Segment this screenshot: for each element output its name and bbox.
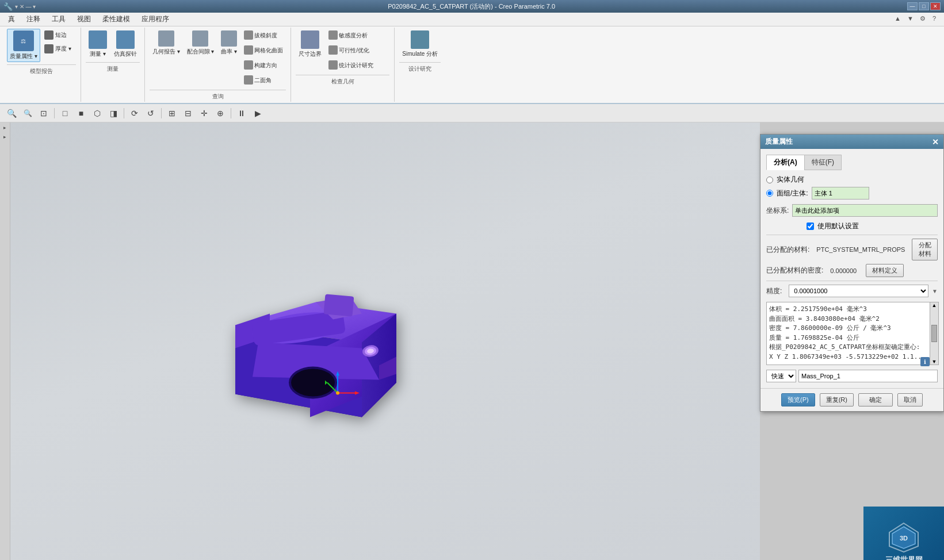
ok-button[interactable]: 确定 [858,393,893,406]
part-bracket-rect [324,294,354,316]
view-btn-zoom-out[interactable]: 🔍 [21,106,35,120]
ribbon-btn-sensitivity[interactable]: 敏感度分析 [326,29,376,43]
surface-value-input[interactable] [812,187,869,200]
reset-button[interactable]: 重复(R) [820,393,854,406]
view-btn-section[interactable]: ⊞ [165,106,179,120]
ribbon-btn-build-dir[interactable]: 构建方向 [241,59,286,72]
cancel-button[interactable]: 取消 [897,393,923,406]
assign-material-button[interactable]: 分配材料 [912,239,938,260]
tab-feature[interactable]: 特征(F) [804,155,842,170]
stats-icon [328,60,338,70]
density-label: 已分配材料的密度: [766,266,823,275]
ribbon-btn-sim-probe[interactable]: 仿真探针 [111,29,140,60]
ribbon-btn-stats-design[interactable]: 统计设计研究 [326,59,376,72]
view-btn-solid[interactable]: ■ [74,106,88,120]
match-tol-icon [192,30,208,47]
ribbon-btn-dim-edge[interactable]: 尺寸边界 [296,29,324,60]
maximize-button[interactable]: □ [919,2,929,10]
app-icon: 🔧 [3,2,13,11]
menu-item-annotation[interactable]: 注释 [21,13,46,25]
density-value: 0.000000 [830,267,857,274]
results-scrollbar[interactable]: ▲ ▼ [930,302,939,365]
results-textbox[interactable]: 体积 = 2.2517590e+04 毫米^3 曲面面积 = 3.8403080… [766,302,938,365]
analysis-name-row: 快速 [766,370,938,382]
precision-select[interactable]: 0.00001000 [789,285,928,297]
coord-label: 坐标系: [766,206,789,216]
scroll-down-icon[interactable]: ▼ [932,359,937,365]
menu-item-flex-modeling[interactable]: 柔性建模 [97,13,136,25]
svg-text:3D: 3D [900,535,908,542]
ribbon-btn-measure[interactable]: 测量 ▾ [86,29,110,60]
minimize-button[interactable]: — [907,2,918,10]
radio-surface-label: 面组/主体: [777,189,808,198]
menu-item-tools[interactable]: 工具 [46,13,71,25]
ribbon-group-model-report: ⚖ 质量属性 ▾ 短边 厚度 ▾ 模型报告 [2,28,81,102]
separator-1 [766,235,938,235]
menu-icon-settings[interactable]: ⚙ [920,15,929,24]
ribbon-btn-curvature[interactable]: 曲率 ▾ [218,29,240,57]
define-material-button[interactable]: 材料定义 [866,264,904,277]
analysis-name-input[interactable] [798,370,938,382]
view-btn-fit[interactable]: ⊡ [37,106,51,120]
tab-analysis[interactable]: 分析(A) [766,155,804,170]
ribbon-btn-sim-probe-label: 仿真探针 [114,50,137,58]
ribbon-btn-draft-angle[interactable]: 拔模斜度 [241,29,286,43]
radio-solid-input[interactable] [766,177,773,183]
dialog-close-button[interactable]: ✕ [932,137,939,147]
ribbon-group-query: 几何报告 ▾ 配合间隙 ▾ 曲率 ▾ 拔模斜度 网格化曲面 [145,28,292,102]
ribbon-btn-feasibility[interactable]: 可行性/优化 [326,44,376,57]
ribbon-btn-geom-label: 几何报告 ▾ [152,48,180,56]
mass-props-icon: ⚖ [13,30,34,51]
view-separator-3 [161,108,162,118]
ribbon-btn-mesh-curve[interactable]: 网格化曲面 [241,44,286,57]
view-btn-plane[interactable]: ⊟ [181,106,195,120]
view-btn-orient[interactable]: ⟳ [128,106,142,120]
ribbon-btn-mesh-label: 网格化曲面 [254,47,283,55]
watermark-logo-svg: 3D [886,522,921,554]
view-btn-zoom-in[interactable]: 🔍 [5,106,18,120]
ribbon-btn-match-tol[interactable]: 配合间隙 ▾ [184,29,217,57]
menu-icon-down[interactable]: ▼ [907,15,916,24]
origin-dot [336,392,339,395]
menu-icon-up[interactable]: ▲ [895,15,904,24]
speed-select[interactable]: 快速 [766,370,796,382]
radio-solid-geometry[interactable]: 实体几何 [766,175,938,185]
ribbon-btn-geom-report[interactable]: 几何报告 ▾ [150,29,183,57]
ribbon-btn-triangle-label: 二面角 [254,76,272,85]
radio-surface-input[interactable] [766,190,773,197]
view-btn-play[interactable]: ▶ [251,106,265,120]
left-strip-btn-2[interactable]: ▸ [1,134,9,142]
ribbon-btn-feasibility-label: 可行性/优化 [339,47,369,55]
ribbon-btn-simulate[interactable]: Simulate 分析 [399,29,441,60]
coord-input[interactable] [792,204,938,217]
view-btn-box[interactable]: □ [58,106,72,120]
use-default-checkbox[interactable] [807,223,814,230]
menu-item-view[interactable]: 视图 [71,13,97,25]
result-line-2: 曲面面积 = 3.8403080e+04 毫米^2 [769,314,935,324]
ribbon-btn-mass-props[interactable]: ⚖ 质量属性 ▾ [7,29,40,62]
view-btn-spin[interactable]: ↺ [144,106,158,120]
ribbon-btn-triangle[interactable]: 二面角 [241,74,286,87]
scroll-thumb[interactable] [931,325,937,342]
view-btn-wire[interactable]: ⬡ [90,106,104,120]
scroll-up-icon[interactable]: ▲ [932,302,937,308]
ribbon-btn-thickness[interactable]: 厚度 ▾ [41,43,76,55]
view-btn-shade[interactable]: ◨ [106,106,120,120]
ribbon-btn-dim-label: 尺寸边界 [299,50,322,58]
close-button[interactable]: ✕ [930,2,941,10]
menu-item-home[interactable]: 真 [2,13,21,25]
ribbon-btn-short-edge[interactable]: 短边 [41,29,76,41]
info-button[interactable]: ℹ [920,357,930,366]
view-btn-csys[interactable]: ⊕ [213,106,227,120]
radio-surface-group[interactable]: 面组/主体: [766,187,938,200]
part-hole-inner [291,369,335,397]
view-separator-2 [124,108,124,118]
menu-icon-help[interactable]: ? [932,15,942,24]
left-strip-btn-1[interactable]: ▸ [1,125,9,133]
view-btn-pause[interactable]: ⏸ [235,106,249,120]
menu-item-apps[interactable]: 应用程序 [136,13,175,25]
view-btn-axis[interactable]: ✛ [197,106,211,120]
dialog-title-bar: 质量属性 ✕ [760,135,943,149]
ribbon-group-query-buttons: 几何报告 ▾ 配合间隙 ▾ 曲率 ▾ 拔模斜度 网格化曲面 [150,29,286,87]
preview-button[interactable]: 预览(P) [781,393,815,406]
